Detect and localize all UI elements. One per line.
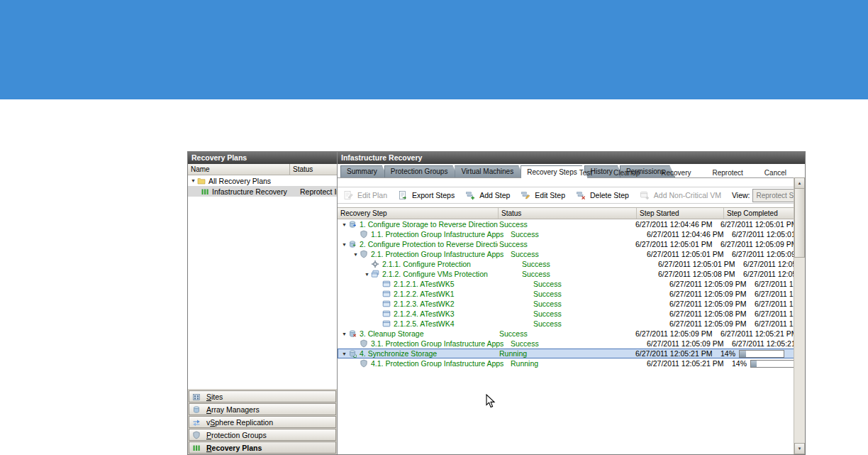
shortcut-label: Sites [206, 393, 223, 401]
step-started: 6/27/2011 12:05:08 PM [657, 270, 742, 278]
recovery-step-row[interactable]: 2.1.2.2. ATestWK1Success6/27/2011 12:05:… [338, 289, 794, 299]
edit-step-button[interactable]: Edit Step [521, 190, 565, 200]
column-header-step-completed[interactable]: Step Completed [724, 208, 794, 219]
sites-icon [192, 393, 202, 401]
scrollbar-thumb[interactable] [794, 188, 805, 258]
step-status: Success [498, 329, 634, 338]
tree-row-infastructure-recovery[interactable]: Infastructure RecoveryReprotect In Pr... [188, 186, 337, 197]
column-header-name[interactable]: Name [188, 164, 290, 175]
step-status: Success [532, 280, 668, 288]
command-reprotect[interactable]: Reprotect [713, 169, 743, 177]
step-label: 2.1. Protection Group Infastructure Apps [371, 250, 503, 258]
column-header-status[interactable]: Status [499, 208, 637, 219]
left-column-headers: Name Status [188, 164, 337, 175]
command-recovery[interactable]: Recovery [661, 169, 691, 177]
step-status: Success [498, 240, 634, 248]
vm-icon [382, 280, 392, 288]
view-dropdown[interactable]: Reprotect Steps ▼ [752, 189, 794, 202]
toolbar-button-label: Delete Step [590, 191, 629, 199]
recovery-step-row[interactable]: 3.1. Protection Group Infastructure Apps… [338, 339, 794, 349]
steps-toolbar: Edit PlanExport StepsAdd StepEdit StepDe… [338, 187, 794, 204]
delete-step-icon [576, 190, 586, 200]
step-label: 2.1.2.2. ATestWK1 [394, 290, 455, 298]
recovery-step-row[interactable]: 2.1.2.4. ATestWK3Success6/27/2011 12:05:… [338, 309, 794, 319]
toolbar-button-label: Add Step [479, 191, 510, 199]
export-steps-button[interactable]: Export Steps [398, 190, 455, 200]
command-test[interactable]: Test [579, 169, 592, 177]
step-started: 6/27/2011 12:04:46 PM [634, 220, 719, 229]
tab-protection-groups[interactable]: Protection Groups [384, 165, 459, 177]
add-non-critical-vm-button: Add Non-Critical VM [640, 190, 721, 200]
recovery-plan-running-icon [201, 187, 211, 196]
add-step-button[interactable]: Add Step [465, 190, 510, 200]
step-name-cell: ▼4. Synchronize Storage [338, 349, 498, 359]
step-completed-cell: 6/27/2011 12:05:21 PM [730, 339, 794, 348]
tab-summary[interactable]: Summary [340, 165, 388, 177]
shortcut-label: Protection Groups [206, 431, 267, 439]
step-label: 1. Configure Storage to Reverse Directio… [360, 220, 498, 229]
expander-icon[interactable]: ▼ [352, 249, 360, 260]
command-cleanup[interactable]: Cleanup [613, 169, 640, 177]
step-started: 6/27/2011 12:05:01 PM [645, 250, 730, 258]
shortcut-protection-groups[interactable]: Protection Groups [189, 429, 336, 441]
step-status: Success [532, 290, 668, 298]
expander-icon[interactable]: ▼ [340, 219, 348, 230]
delete-step-button[interactable]: Delete Step [576, 190, 629, 200]
column-header-step-started[interactable]: Step Started [637, 208, 724, 219]
expander-icon[interactable]: ▼ [340, 349, 348, 359]
column-header-status[interactable]: Status [290, 164, 337, 175]
expander-icon[interactable]: ▼ [340, 239, 348, 250]
recovery-step-row[interactable]: 1.1. Protection Group Infastructure Apps… [338, 229, 794, 239]
shortcut-sites[interactable]: Sites [189, 390, 336, 402]
step-completed-cell: 6/27/2011 12:05:09 PM [753, 290, 794, 298]
step-label: 2.1.2.5. ATestWK4 [394, 319, 455, 328]
shortcut-label: Array Managers [206, 405, 260, 414]
tab-recovery-steps[interactable]: Recovery Steps [521, 165, 588, 178]
step-completed-cell: 6/27/2011 12:05:01 PM [730, 230, 794, 239]
protection-group-icon [360, 230, 369, 239]
recovery-step-row[interactable]: ▼4. Synchronize StorageRunning6/27/2011 … [338, 349, 794, 358]
shortcut-label: vSphere Replication [206, 418, 273, 427]
recovery-step-row[interactable]: ▼2.1.2. Configure VMs ProtectionSuccess6… [338, 269, 794, 279]
step-label: 2. Configure Protection to Reverse Direc… [360, 240, 498, 248]
expander-icon[interactable]: ▼ [363, 269, 371, 280]
progress-percent: 14% [732, 359, 747, 368]
screenshot-stage: Recovery Plans Name Status ▼All Recovery… [0, 0, 868, 455]
recovery-step-row[interactable]: 2.1.1. Configure ProtectionSuccess6/27/2… [338, 259, 794, 269]
step-name-cell: 2.1.1. Configure Protection [338, 260, 521, 268]
progress-bar [750, 360, 794, 368]
recovery-step-row[interactable]: 2.1.2.3. ATestWK2Success6/27/2011 12:05:… [338, 299, 794, 309]
step-completed-cell: 6/27/2011 12:05:09 PM [742, 260, 794, 268]
recovery-step-row[interactable]: 4.1. Protection Group Infastructure Apps… [338, 358, 794, 368]
shortcut-array-managers[interactable]: Array Managers [189, 403, 336, 415]
protection-group-icon [360, 250, 369, 258]
command-cancel[interactable]: Cancel [764, 169, 786, 177]
column-header-recovery-step[interactable]: Recovery Step [338, 208, 499, 219]
recovery-step-row[interactable]: 2.1.2.1. ATestWK5Success6/27/2011 12:05:… [338, 279, 794, 289]
vertical-scrollbar[interactable]: ▲ ▼ [794, 177, 805, 454]
recovery-step-row[interactable]: 2.1.2.5. ATestWK4Success6/27/2011 12:05:… [338, 319, 794, 329]
expander-icon[interactable]: ▼ [189, 175, 197, 186]
step-name-cell: 2.1.2.3. ATestWK2 [338, 300, 532, 308]
step-completed-cell: 6/27/2011 12:05:09 PM [753, 300, 794, 308]
recovery-step-row[interactable]: ▼2. Configure Protection to Reverse Dire… [338, 239, 794, 249]
toolbar-button-label: Edit Plan [357, 191, 387, 199]
plan-title: Infastructure Recovery [338, 152, 805, 164]
vm-icon [382, 290, 392, 298]
shortcut-recovery-plans[interactable]: Recovery Plans [189, 442, 336, 454]
shortcut-vsphere-replication[interactable]: vSphere Replication [189, 416, 336, 428]
tree-row-all-recovery-plans[interactable]: ▼All Recovery Plans [188, 175, 337, 186]
step-status: Success [532, 300, 668, 308]
step-name-cell: 2.1.2.1. ATestWK5 [338, 280, 532, 288]
scroll-down-icon[interactable]: ▼ [794, 443, 805, 454]
scroll-up-icon[interactable]: ▲ [794, 177, 805, 189]
tab-virtual-machines[interactable]: Virtual Machines [455, 165, 524, 177]
step-progress: 14% [719, 349, 794, 358]
recovery-step-row[interactable]: ▼3. Cleanup StorageSuccess6/27/2011 12:0… [338, 329, 794, 339]
step-status: Running [509, 359, 645, 368]
recovery-step-row[interactable]: ▼1. Configure Storage to Reverse Directi… [338, 219, 794, 229]
recovery-step-row[interactable]: ▼2.1. Protection Group Infastructure App… [338, 249, 794, 259]
step-name-cell: 2.1.2.4. ATestWK3 [338, 309, 532, 318]
expander-icon[interactable]: ▼ [340, 329, 348, 339]
progress-bar [739, 350, 784, 358]
